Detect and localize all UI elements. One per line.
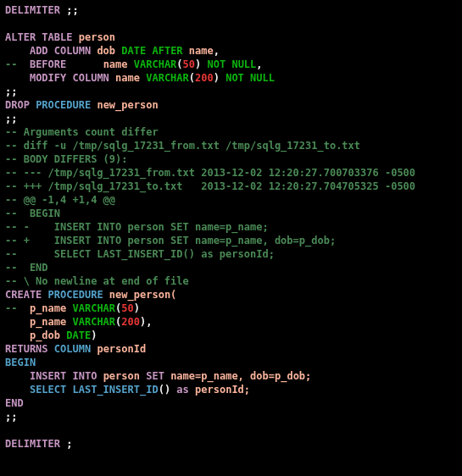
code-block: DELIMITER ;; ALTER TABLE person ADD COLU… [0, 0, 462, 454]
type: DATE [66, 329, 91, 341]
keyword: DELIMITER [5, 438, 60, 450]
comment-line: -- diff -u /tmp/sqlg_17231_from.txt /tmp… [5, 140, 360, 152]
op: ;; [66, 4, 78, 16]
comment-line: -- - INSERT INTO person SET name=p_name; [5, 221, 269, 233]
op: ) [91, 329, 97, 341]
ident: p_name [30, 302, 66, 314]
line: END [5, 397, 24, 409]
comment-line: -- +++ /tmp/sqlg_17231_to.txt 2013-12-02… [5, 180, 415, 192]
keyword: END [5, 397, 24, 409]
ident: person [103, 370, 140, 382]
comment-line: -- \ No newline at end of file [5, 275, 189, 287]
comment-line: -- Arguments count differ [5, 126, 159, 138]
keyword: PROCEDURE [48, 289, 103, 301]
ident: name [189, 45, 214, 57]
ident: p_dob [30, 329, 60, 341]
keyword: INSERT INTO [30, 370, 97, 382]
line: ;; [5, 113, 17, 125]
op: ; [66, 438, 72, 450]
line: ;; [5, 411, 17, 423]
type: VARCHAR [146, 72, 189, 84]
keyword: ALTER TABLE [5, 31, 72, 43]
line: p_dob DATE) [5, 329, 97, 341]
comment-line: -- @@ -1,4 +1,4 @@ [5, 194, 115, 206]
keyword: NULL [250, 72, 275, 84]
keyword: DELIMITER [5, 4, 60, 16]
op: () [159, 384, 170, 396]
line: DELIMITER ;; [5, 4, 79, 16]
keyword: BEFORE [30, 58, 66, 70]
ident: new_person [97, 99, 158, 111]
op: ( [189, 72, 195, 84]
line: SELECT LAST_INSERT_ID() as personId; [5, 384, 250, 396]
comment-line: -- + INSERT INTO person SET name=p_name,… [5, 235, 336, 246]
comment-line: -- SELECT LAST_INSERT_ID() as personId; [5, 248, 275, 260]
keyword: PROCEDURE [36, 99, 91, 111]
line: ADD COLUMN dob DATE AFTER name, [5, 45, 220, 57]
type: DATE [121, 45, 146, 57]
comment-line: -- BEGIN [5, 208, 60, 219]
ident: personId; [195, 384, 250, 396]
line: DROP PROCEDURE new_person [5, 99, 159, 111]
comment-line: -- END [5, 262, 48, 274]
op: ( [176, 58, 182, 70]
keyword: as [176, 384, 188, 396]
line: INSERT INTO person SET name=p_name, dob=… [5, 370, 311, 382]
line: BEGIN [5, 357, 36, 368]
line: CREATE PROCEDURE new_person( [5, 289, 176, 301]
keyword: RETURNS [5, 343, 48, 355]
keyword: SET [146, 370, 164, 382]
op: ) [134, 302, 140, 314]
line: -- p_name VARCHAR(50) [5, 302, 140, 314]
keyword: SELECT [30, 384, 66, 396]
op: ) [195, 58, 201, 70]
comment-line: -- BODY DIFFERS (9): [5, 153, 128, 165]
op: ), [140, 316, 152, 328]
comment-marker: -- [5, 58, 17, 70]
func: LAST_INSERT_ID [73, 384, 159, 396]
number: 200 [195, 72, 214, 84]
line: p_name VARCHAR(200), [5, 316, 152, 328]
keyword: AFTER [152, 45, 182, 57]
keyword: MODIFY COLUMN [30, 72, 109, 84]
line: -- BEFORE name VARCHAR(50) NOT NULL, [5, 58, 263, 70]
line: RETURNS COLUMN personId [5, 343, 146, 355]
ident: personId [97, 343, 146, 355]
keyword: NOT [208, 58, 226, 70]
type: VARCHAR [73, 316, 116, 328]
comment-line: -- --- /tmp/sqlg_17231_from.txt 2013-12-… [5, 167, 415, 179]
comment-marker: -- [5, 302, 17, 314]
keyword: NULL [231, 58, 256, 70]
line: ALTER TABLE person [5, 31, 115, 43]
keyword: NOT [225, 72, 244, 84]
line: ;; [5, 86, 17, 97]
number: 50 [183, 58, 195, 70]
ident: name [115, 72, 140, 84]
op: ;; [5, 113, 17, 125]
ident: person [79, 31, 115, 43]
type: VARCHAR [134, 58, 177, 70]
ident: dob [97, 45, 115, 57]
op: ;; [5, 411, 17, 423]
ident: p_name [30, 316, 66, 328]
keyword: COLUMN [54, 343, 91, 355]
keyword: CREATE [5, 289, 42, 301]
number: 50 [121, 302, 133, 314]
op: ) [214, 72, 220, 84]
keyword: DROP [5, 99, 30, 111]
line: DELIMITER ; [5, 438, 73, 450]
line: MODIFY COLUMN name VARCHAR(200) NOT NULL [5, 72, 275, 84]
op: , [214, 45, 220, 57]
ident: name=p_name, dob=p_dob; [170, 370, 311, 382]
ident: new_person( [109, 289, 176, 301]
type: VARCHAR [73, 302, 116, 314]
keyword: ADD COLUMN [30, 45, 91, 57]
op: ;; [5, 86, 17, 97]
ident: name [103, 58, 128, 70]
op: , [256, 58, 262, 70]
keyword: BEGIN [5, 357, 36, 368]
number: 200 [121, 316, 140, 328]
